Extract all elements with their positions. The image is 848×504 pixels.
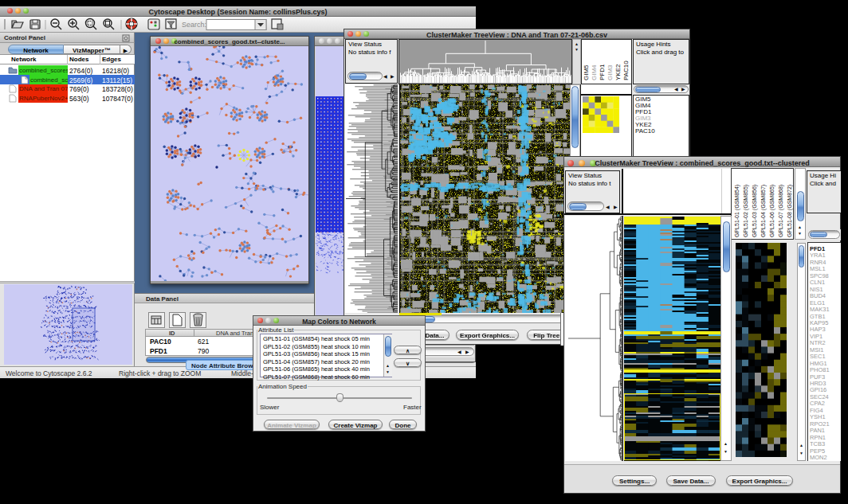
svg-text:Search:: Search: <box>182 21 206 29</box>
